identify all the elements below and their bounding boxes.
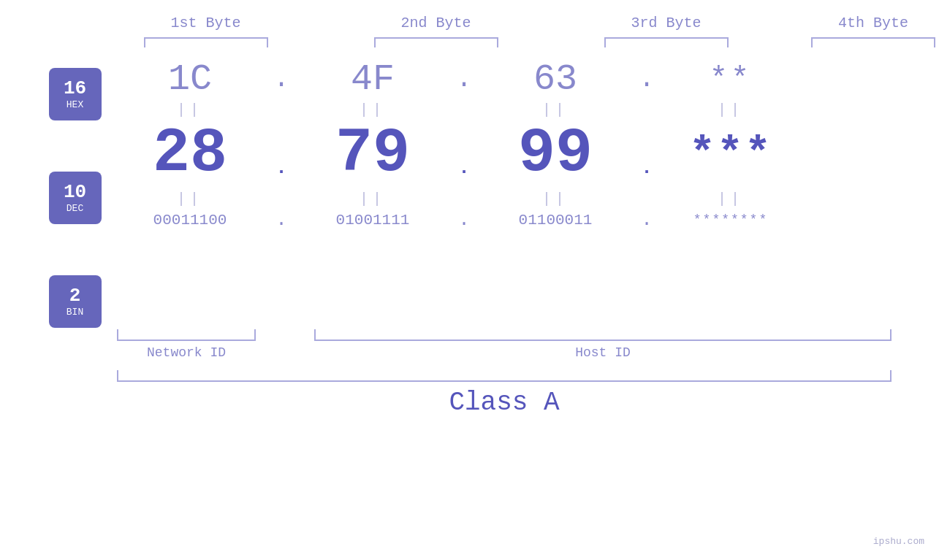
hex-badge: 16 HEX — [49, 68, 102, 120]
byte-col-1: 1st Byte — [117, 15, 294, 47]
top-bracket-4 — [811, 37, 935, 47]
dec-cell-2: 79 — [300, 118, 446, 189]
bin-dot-2: . — [446, 209, 482, 231]
right-values-col: 1C . 4F . 63 . ** || — [117, 51, 939, 328]
hex-cell-4: ** — [665, 62, 797, 97]
byte-label-3: 3rd Byte — [631, 15, 701, 31]
dec-values-row: 28 . 79 . 99 . *** — [117, 118, 939, 189]
bin-badge-label: BIN — [66, 307, 83, 318]
bin-cell-4: ******** — [665, 212, 797, 227]
top-bracket-2 — [374, 37, 498, 47]
top-bracket-1 — [144, 37, 268, 47]
dec-val-2: 79 — [300, 118, 446, 189]
dec-cell-4: *** — [665, 129, 797, 179]
hex-dot-3: . — [628, 64, 665, 94]
dec-cell-1: 28 — [117, 118, 263, 189]
eq-sym-1-2: || — [360, 101, 386, 118]
left-badges-col: 16 HEX 10 DEC 2 BIN — [33, 51, 117, 328]
bin-cell-3: 01100011 — [482, 212, 628, 229]
full-bottom-bracket — [117, 370, 892, 382]
byte-label-2: 2nd Byte — [400, 15, 471, 31]
network-bracket — [117, 329, 256, 341]
eq-row-2: || || || || — [117, 191, 939, 207]
eq-sym-1-1: || — [177, 101, 203, 118]
eq-sym-2-4: || — [718, 191, 744, 207]
bin-badge-number: 2 — [69, 285, 81, 307]
hex-val-3: 63 — [482, 58, 628, 100]
bin-val-2: 01001111 — [300, 212, 446, 229]
byte-col-4: 4th Byte — [807, 15, 939, 47]
hex-val-2: 4F — [300, 58, 446, 100]
bracket-row — [117, 329, 939, 341]
hex-val-4: ** — [665, 62, 797, 97]
bottom-brackets-area: Network ID Host ID Class A — [0, 329, 939, 418]
byte-label-4: 4th Byte — [838, 15, 908, 31]
bin-val-1: 00011100 — [117, 212, 263, 229]
dec-dot-1: . — [263, 157, 300, 189]
class-label: Class A — [117, 388, 892, 418]
dec-val-3: 99 — [482, 118, 628, 189]
bin-dot-1: . — [263, 209, 300, 231]
bin-cell-2: 01001111 — [300, 212, 446, 229]
dec-dot-2: . — [446, 157, 482, 189]
network-id-label: Network ID — [117, 345, 256, 360]
byte-col-3: 3rd Byte — [577, 15, 755, 47]
page-container: 1st Byte 2nd Byte 3rd Byte 4th Byte 16 H… — [0, 0, 939, 560]
dec-badge: 10 DEC — [49, 172, 102, 224]
eq-row-1: || || || || — [117, 101, 939, 118]
hex-cell-1: 1C — [117, 58, 263, 100]
hex-dot-2: . — [446, 64, 482, 94]
dec-cell-3: 99 — [482, 118, 628, 189]
bin-dot-3: . — [628, 209, 665, 231]
watermark: ipshu.com — [873, 536, 924, 547]
hex-badge-number: 16 — [64, 78, 86, 99]
hex-val-1: 1C — [117, 58, 263, 100]
bin-val-3: 01100011 — [482, 212, 628, 229]
hex-dot-1: . — [263, 64, 300, 94]
eq-sym-2-1: || — [177, 191, 203, 207]
host-id-label: Host ID — [314, 345, 892, 360]
eq-sym-2-2: || — [360, 191, 386, 207]
dec-badge-label: DEC — [66, 203, 83, 214]
bin-cell-1: 00011100 — [117, 212, 263, 229]
eq-sym-2-3: || — [542, 191, 569, 207]
top-bracket-3 — [604, 37, 729, 47]
eq-sym-1-4: || — [718, 101, 744, 118]
bin-badge: 2 BIN — [49, 275, 102, 328]
hex-cell-2: 4F — [300, 58, 446, 100]
dec-badge-number: 10 — [64, 182, 86, 203]
bin-values-row: 00011100 . 01001111 . 01100011 . *******… — [117, 209, 939, 231]
byte-label-1: 1st Byte — [170, 15, 240, 31]
eq-sym-1-3: || — [542, 101, 569, 118]
id-labels-row: Network ID Host ID — [117, 345, 939, 360]
dec-val-4: *** — [665, 129, 797, 179]
host-bracket — [314, 329, 892, 341]
hex-values-row: 1C . 4F . 63 . ** — [117, 58, 939, 100]
hex-badge-label: HEX — [66, 99, 83, 110]
dec-dot-3: . — [628, 157, 665, 189]
dec-val-1: 28 — [117, 118, 263, 189]
bin-val-4: ******** — [665, 212, 797, 227]
hex-cell-3: 63 — [482, 58, 628, 100]
main-grid: 16 HEX 10 DEC 2 BIN 1C — [0, 51, 939, 328]
byte-col-2: 2nd Byte — [347, 15, 525, 47]
header-section: 1st Byte 2nd Byte 3rd Byte 4th Byte — [0, 0, 939, 47]
